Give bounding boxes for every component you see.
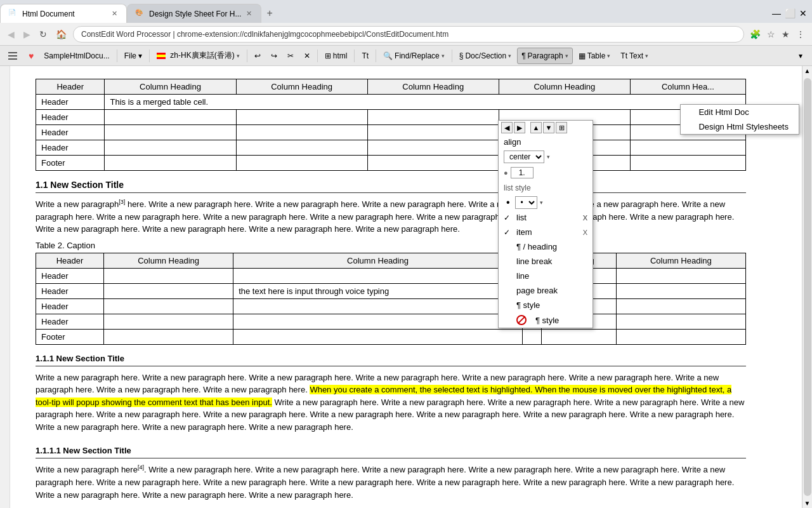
text-button[interactable]: Tt Text ▾ [616,48,653,64]
language-button[interactable]: zh-HK廣東話(香港) ▾ [152,48,244,64]
heart-button[interactable]: ♥ [24,48,38,64]
grid-view-button[interactable]: ⊞ [556,122,567,133]
browser-close-icon[interactable]: ✕ [799,8,807,18]
table-row: Footer [36,156,746,171]
table2-r3c3 [233,298,523,314]
tab-favicon-1: 📄 [8,9,18,19]
center-row: center ▾ [499,149,593,164]
scroll-up-button[interactable]: ▲ [530,122,542,133]
menu-item-line-break[interactable]: line break [499,254,593,269]
scroll-down-arrow[interactable]: ▼ [803,498,812,508]
edit-html-doc-item[interactable]: Edit Html Doc [681,105,799,119]
scroll-down-button[interactable]: ▼ [543,122,554,133]
menu-item-line-label: line [516,271,529,281]
flag-icon [157,53,166,59]
delete-button[interactable]: ✕ [299,48,315,64]
align-label: align [504,137,521,147]
table2-col1-header: Header [36,253,104,268]
bookmark-icon[interactable]: ☆ [765,28,777,41]
redo-button[interactable]: ↪ [266,48,282,64]
scroll-thumb[interactable] [804,78,811,496]
table-2-caption: Table 2. Caption [36,241,746,250]
table-button[interactable]: ▦ Table ▾ [574,48,615,64]
search-icon: 🔍 [383,51,393,60]
bullet-row: • • ▾ [499,195,593,210]
forward-button[interactable]: ▶ [21,28,33,41]
menu-item-line[interactable]: line [499,269,593,283]
find-replace-button[interactable]: 🔍 Find/Replace ▾ [379,48,449,64]
design-html-stylesheets-item[interactable]: Design Html Stylesheets [681,119,799,134]
doc-section-button[interactable]: § Doc/Section ▾ [455,48,516,64]
table2-r4c6 [616,314,745,329]
browser-minimize-icon[interactable]: — [772,8,781,18]
table1-r3c2 [105,125,236,140]
bullet-select[interactable]: • [515,196,537,209]
table2-r2c6 [616,283,745,298]
table2-r1c6 [616,268,745,283]
vertical-scrollbar[interactable]: ▲ ▼ [802,66,812,508]
table2-r5c4 [522,329,541,344]
design-html-stylesheets-label: Design Html Stylesheets [698,122,789,131]
doc-title-button[interactable]: SampleHtmlDocu... [39,48,114,64]
tab-html-document[interactable]: 📄 Html Document ✕ [0,4,127,23]
bullet-dropdown-arrow: ▾ [540,199,543,206]
scroll-right-button[interactable]: ▶ [514,122,525,133]
address-text: ConstEdit Word Processor | chrome-extens… [81,30,449,39]
tab-bar: 📄 Html Document ✕ 🎨 Design Style Sheet F… [0,0,812,23]
table-arrow: ▾ [607,53,610,59]
find-dropdown-arrow: ▾ [442,53,445,59]
table2-r2c2 [103,283,233,298]
text-label: Text [629,51,643,60]
menu-item-heading[interactable]: ¶ / heading [499,239,593,254]
scroll-left-button[interactable]: ◀ [501,122,513,133]
tt-button[interactable]: Tt [357,48,373,64]
more-options-button[interactable]: ▾ [794,48,807,64]
table1-r4c1: Header [36,140,105,156]
menu-item-p-style-2[interactable]: ¶ style [499,312,593,328]
table1-col1-header: Header [36,79,105,95]
separator-7 [452,50,452,62]
star-icon[interactable]: ★ [780,28,792,41]
home-button[interactable]: 🏠 [53,28,69,41]
browser-restore-icon[interactable]: ⬜ [785,8,796,18]
menu-item-item[interactable]: item X [499,225,593,239]
paragraph-label: Paragraph [528,51,563,60]
settings-icon[interactable]: ⋮ [794,28,807,41]
doc-section-label: Doc/Section [465,51,506,60]
no-symbol-icon [516,315,527,325]
text-arrow: ▾ [645,53,648,59]
undo-button[interactable]: ↩ [250,48,265,64]
tab-design-stylesheet[interactable]: 🎨 Design Style Sheet For H... ✕ [127,4,261,23]
tab-close-2[interactable]: ✕ [245,10,253,18]
browser-frame: 📄 Html Document ✕ 🎨 Design Style Sheet F… [0,0,812,508]
toolbar-right-dropdown: Edit Html Doc Design Html Stylesheets [680,104,799,135]
menu-item-item-label: item [516,227,532,237]
table2-r3c1: Header [36,298,104,314]
section-1-1-1-paragraph: Write a new paragraph here. Write a new … [36,371,746,434]
menu-item-p-style-1[interactable]: ¶ style [499,298,593,312]
paragraph-button[interactable]: ¶ Paragraph ▾ [517,48,573,64]
cut-button[interactable]: ✂ [283,48,298,64]
refresh-button[interactable]: ↻ [37,28,49,41]
menu-item-list[interactable]: list X [499,210,593,225]
separator-2 [149,50,150,62]
numbering-input[interactable] [511,167,534,178]
scroll-up-arrow[interactable]: ▲ [803,66,812,76]
back-button[interactable]: ◀ [5,28,17,41]
address-bar[interactable]: ConstEdit Word Processor | chrome-extens… [73,26,744,43]
file-menu-button[interactable]: File ▾ [120,48,147,64]
tab-title-2: Design Style Sheet For H... [149,10,241,18]
extension-icon[interactable]: 🧩 [748,28,763,41]
hamburger-menu-button[interactable] [3,48,23,64]
table2-r4c2 [103,314,233,329]
tab-close-1[interactable]: ✕ [110,10,119,18]
table-label: Table [587,51,606,60]
new-tab-button[interactable]: + [261,5,277,22]
align-select[interactable]: center [504,150,544,163]
list-style-label: list style [504,184,531,192]
menu-item-page-break[interactable]: page break [499,283,593,298]
menu-item-list-label: list [516,213,527,222]
menu-item-page-break-label: page break [516,286,558,295]
html-button[interactable]: ⊞html [320,48,352,64]
paragraph-text-rest: here. Write a new paragraph here. Write … [36,199,734,234]
